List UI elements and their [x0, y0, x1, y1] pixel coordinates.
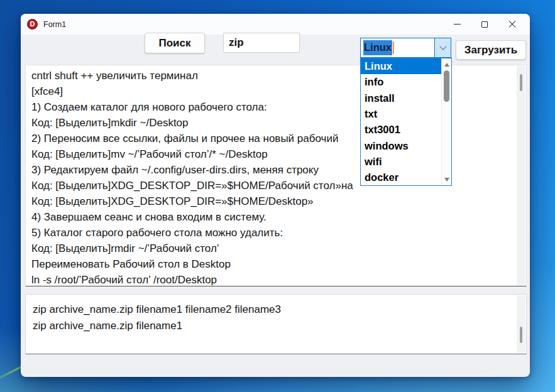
dropdown-items: Linux info install txt txt3001	[361, 58, 441, 185]
dropdown-item[interactable]: info	[361, 74, 441, 90]
search-input[interactable]	[223, 33, 300, 53]
delphi-app-icon[interactable]: D	[27, 19, 38, 30]
window-title: Form1	[43, 20, 66, 29]
dropdown-item[interactable]: txt3001	[361, 122, 441, 138]
minimize-icon	[454, 24, 461, 24]
triangle-up-icon	[444, 63, 449, 67]
dropdown-item[interactable]: docker	[361, 170, 441, 185]
triangle-down-icon	[444, 178, 449, 182]
titlebar[interactable]: D Form1	[21, 14, 530, 35]
dropdown-scrollbar[interactable]	[441, 58, 451, 185]
scroll-down-button[interactable]	[442, 175, 451, 184]
category-combobox[interactable]: Linux	[360, 38, 451, 58]
app-window: D Form1 Поиск Linux Загрузить cntrl sh	[21, 14, 530, 377]
combobox-selected-text: Linux	[363, 40, 392, 56]
close-button[interactable]	[498, 15, 526, 34]
combobox-edit-area[interactable]: Linux	[361, 38, 434, 57]
delphi-app-icon-letter: D	[30, 21, 35, 28]
close-icon	[508, 21, 516, 28]
dropdown-item[interactable]: txt	[361, 106, 441, 122]
dropdown-scroll-thumb[interactable]	[444, 70, 449, 102]
bottom-memo-scrollbar[interactable]	[517, 295, 525, 353]
window-controls	[443, 14, 526, 35]
dropdown-item[interactable]: windows	[361, 138, 441, 153]
dropdown-item[interactable]: Linux	[361, 58, 441, 74]
dropdown-item[interactable]: wifi	[361, 154, 441, 170]
bottom-text-memo[interactable]: zip archive_name.zip filename1 filename2…	[25, 294, 527, 354]
dropdown-item[interactable]: install	[361, 90, 441, 106]
minimize-button[interactable]	[443, 15, 471, 34]
maximize-button[interactable]	[471, 15, 498, 34]
combobox-dropdown-list: Linux info install txt txt3001	[360, 58, 452, 186]
scroll-up-button[interactable]	[442, 60, 451, 69]
main-memo-scroll-thumb[interactable]	[520, 74, 522, 91]
search-button[interactable]: Поиск	[145, 33, 205, 53]
text-caret	[393, 41, 394, 54]
maximize-icon	[481, 21, 488, 28]
main-memo-scrollbar[interactable]	[517, 66, 525, 285]
combobox-dropdown-button[interactable]	[434, 38, 451, 57]
chevron-down-icon	[439, 43, 446, 50]
bottom-memo-scroll-thumb[interactable]	[520, 327, 522, 343]
load-button[interactable]: Загрузить	[456, 40, 526, 60]
bottom-text-content: zip archive_name.zip filename1 filename2…	[33, 302, 515, 334]
